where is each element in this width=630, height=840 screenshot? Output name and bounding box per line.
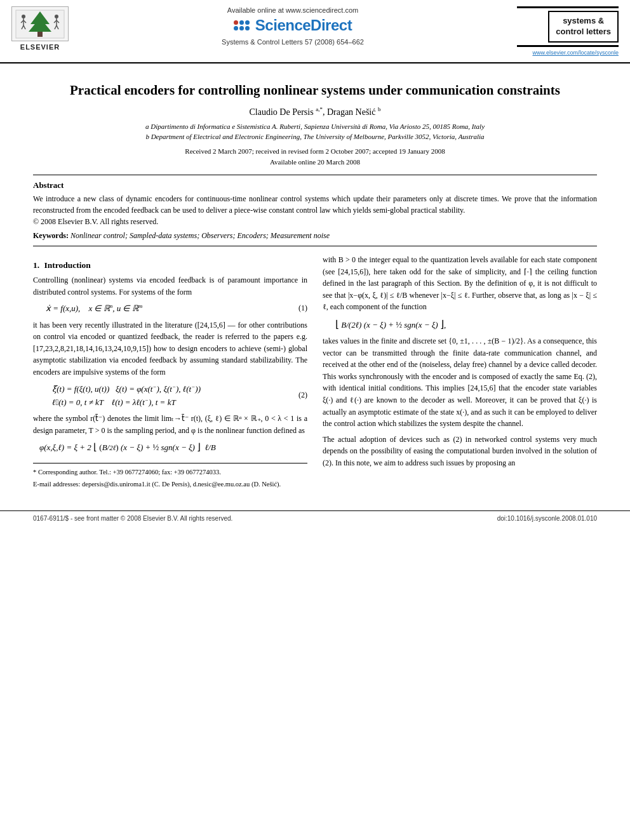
page: ELSEVIER Available online at www.science… xyxy=(0,0,630,840)
eq1-number: (1) xyxy=(298,303,307,313)
bracket-formula: ⌊ B/(2ℓ) (x − ξ) + ½ sgn(x − ξ) ⌋, xyxy=(335,318,597,330)
footnote-area: * Corresponding author. Tel.: +39 067727… xyxy=(33,463,307,490)
eq2a-content: ξ̇(t) = f(ξ(t), u(t)) ξ(t) = φ(x(t−), ξ(… xyxy=(52,383,201,394)
journal-url[interactable]: www.elsevier.com/locate/sysconle xyxy=(532,50,619,56)
affiliation-b: b Department of Electrical and Electroni… xyxy=(33,131,597,142)
header-center: Available online at www.sciencedirect.co… xyxy=(69,6,517,46)
eq2-number: (2) xyxy=(298,390,307,400)
svg-point-10 xyxy=(55,15,58,18)
intro-para2: it has been very recently illustrated in… xyxy=(33,319,307,378)
divider-after-dates xyxy=(33,175,597,175)
elsevier-text: ELSEVIER xyxy=(20,43,60,51)
doi-text: doi:10.1016/j.sysconle.2008.01.010 xyxy=(497,515,597,522)
equation-1: ẋ = f(x,u), x ∈ ℝn, u ∈ ℝm (1) xyxy=(46,303,307,314)
dates-info: Received 2 March 2007; received in revis… xyxy=(33,146,597,168)
abstract-section: Abstract We introduce a new class of dyn… xyxy=(33,180,597,241)
journal-brand: systems &control letters xyxy=(548,11,619,43)
eq1-content: ẋ = f(x,u), x ∈ ℝn, u ∈ ℝm xyxy=(46,303,142,314)
affiliations: a Dipartimento di Informatica e Sistemis… xyxy=(33,121,597,142)
bottom-bar: 0167-6911/$ - see front matter © 2008 El… xyxy=(0,510,630,526)
sciencedirect-logo: ScienceDirect xyxy=(234,17,352,34)
authors: Claudio De Persis a,*, Dragan Nešić b xyxy=(33,106,597,117)
abstract-title: Abstract xyxy=(33,180,597,190)
keywords-label: Keywords: xyxy=(33,231,69,240)
elsevier-logo: ELSEVIER xyxy=(11,6,69,51)
right-para2: takes values in the finite and discrete … xyxy=(323,335,597,430)
keywords-values: Nonlinear control; Sampled-data systems;… xyxy=(70,231,330,240)
phi-formula: φ(x,ξ,ℓ) = ξ + 2 ⌊ (B/2ℓ) (x − ξ) + ½ sg… xyxy=(39,441,307,453)
right-column: with B > 0 the integer equal to the quan… xyxy=(323,254,597,491)
section-number: 1. xyxy=(33,260,39,270)
footnote-email: E-mail addresses: depersis@dis.uniroma1.… xyxy=(33,479,307,490)
keywords: Keywords: Nonlinear control; Sampled-dat… xyxy=(33,231,597,241)
issn-text: 0167-6911/$ - see front matter © 2008 El… xyxy=(33,515,232,522)
copyright: © 2008 Elsevier B.V. All rights reserved… xyxy=(33,217,158,226)
received-dates: Received 2 March 2007; received in revis… xyxy=(33,146,597,157)
equation-2: ξ̇(t) = f(ξ(t), u(t)) ξ(t) = φ(x(t−), ξ(… xyxy=(46,383,307,408)
paper-title: Practical encoders for controlling nonli… xyxy=(33,81,597,100)
right-para1: with B > 0 the integer equal to the quan… xyxy=(323,254,597,313)
journal-info: Systems & Control Letters 57 (2008) 654–… xyxy=(222,38,364,46)
affiliation-a: a Dipartimento di Informatica e Sistemis… xyxy=(33,121,597,132)
svg-point-4 xyxy=(22,15,25,18)
divider-after-abstract xyxy=(33,246,597,246)
intro-heading: 1. Introduction xyxy=(33,260,307,270)
sciencedirect-name: ScienceDirect xyxy=(255,17,352,34)
intro-para3: where the symbol r(t̄⁻) denotes the limi… xyxy=(33,413,307,436)
available-online-text: Available online at www.sciencedirect.co… xyxy=(227,6,358,14)
abstract-text: We introduce a new class of dynamic enco… xyxy=(33,193,597,227)
two-column-layout: 1. Introduction Controlling (nonlinear) … xyxy=(33,254,597,491)
svg-rect-3 xyxy=(37,32,43,37)
journal-brand-title: systems &control letters xyxy=(556,16,611,37)
abstract-body: We introduce a new class of dynamic enco… xyxy=(33,194,597,215)
content: Practical encoders for controlling nonli… xyxy=(0,63,630,504)
sd-dots-icon xyxy=(234,20,251,30)
eq2b-content: ℓ̇(t) = 0, t ≠ kT ℓ(t) = λℓ(t−), t = kT xyxy=(52,397,201,408)
intro-para1: Controlling (nonlinear) systems via enco… xyxy=(33,274,307,298)
header: ELSEVIER Available online at www.science… xyxy=(0,0,630,63)
section-title: Introduction xyxy=(44,260,91,270)
left-column: 1. Introduction Controlling (nonlinear) … xyxy=(33,254,307,491)
online-date: Available online 20 March 2008 xyxy=(33,157,597,168)
right-para3: The actual adoption of devices such as (… xyxy=(323,434,597,469)
header-right: systems &control letters www.elsevier.co… xyxy=(517,6,619,56)
footnote-star: * Corresponding author. Tel.: +39 067727… xyxy=(33,467,307,477)
